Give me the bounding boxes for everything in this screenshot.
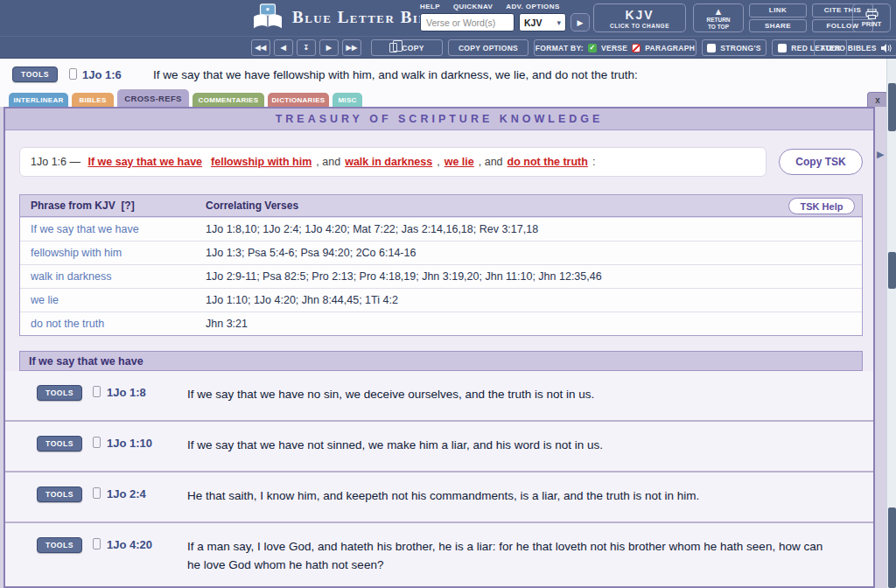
tsk-phrase-box: 1Jo 1:6 — If we say that we havefellowsh… (19, 147, 766, 177)
phrase-link[interactable]: we lie (444, 156, 474, 168)
top-header: Blue Letter Bible HELP QUICKNAV ADV. OPT… (0, 0, 896, 36)
strongs-toggle[interactable]: STRONG'S (702, 39, 766, 56)
speaker-icon (881, 44, 892, 52)
list-item: TOOLS 1Jo 1:8 If we say that we have no … (5, 371, 873, 422)
verses-cell[interactable]: 1Jo 2:9-11; Psa 82:5; Pro 2:13; Pro 4:18… (206, 270, 602, 283)
table-row: do not the truth Jhn 3:21 (20, 312, 862, 335)
sidebar-expand-handle[interactable]: ▶ (877, 149, 884, 160)
phrase-link[interactable]: If we say that we have (88, 156, 202, 168)
tsk-panel-title: TREASURY OF SCRIPTURE KNOWLEDGE (5, 108, 873, 130)
tab-commentaries[interactable]: COMMENTARIES (192, 93, 264, 107)
scrollbar-mark (888, 252, 896, 289)
link-share-group: LINK SHARE (749, 4, 807, 32)
phrase-section-header: If we say that we have (19, 351, 863, 371)
copy-options-button[interactable]: COPY OPTIONS (448, 39, 528, 56)
phrase-ref: 1Jo 1:6 — (31, 156, 83, 168)
phrase-cell-link[interactable]: If we say that we have (31, 223, 206, 235)
tab-misc[interactable]: MISC (332, 93, 362, 107)
prev-verse-button[interactable]: ◀ (274, 39, 293, 56)
copy-icon (389, 43, 397, 52)
verse-format-label[interactable]: VERSE (601, 44, 627, 52)
printer-icon (865, 9, 878, 19)
search-input[interactable] (420, 13, 514, 32)
phrase-cell-link[interactable]: walk in darkness (31, 270, 206, 283)
copy-verse-icon[interactable] (69, 68, 77, 80)
phrase-link[interactable]: walk in darkness (345, 156, 432, 168)
jump-to-verse-button[interactable]: ↧ (297, 39, 316, 56)
verse-toolbar: ◀◀ ◀ ↧ ▶ ▶▶ COPY COPY OPTIONS FORMAT BY:… (0, 36, 896, 59)
red-letter-checkbox (778, 44, 787, 52)
search-go-button[interactable]: ▶ (570, 13, 590, 32)
copy-verse-icon[interactable] (93, 487, 101, 499)
next-verse-button[interactable]: ▶ (319, 39, 339, 56)
verse-reference-link[interactable]: 1Jo 2:4 (107, 487, 146, 500)
tab-bibles[interactable]: BIBLES (72, 93, 114, 107)
tsk-help-button[interactable]: TSK Help (788, 198, 855, 214)
print-button[interactable]: PRINT (852, 4, 891, 32)
tsk-table-header: Phrase from KJV [?] Correlating Verses T… (20, 195, 862, 217)
verse-tools-button[interactable]: TOOLS (37, 537, 82, 553)
main-content: TOOLS 1Jo 1:6 If we say that we have fel… (0, 59, 896, 588)
verse-tools-button[interactable]: TOOLS (37, 436, 82, 452)
copy-verse-icon[interactable] (93, 386, 101, 397)
verse-tools-button[interactable]: TOOLS (12, 66, 58, 82)
verse-reference-link[interactable]: 1Jo 4:20 (107, 538, 152, 551)
page-scrollbar[interactable] (886, 59, 896, 588)
verse-reference-link[interactable]: 1Jo 1:8 (107, 386, 146, 399)
verses-cell[interactable]: 1Jo 1:10; 1Jo 4:20; Jhn 8:44,45; 1Ti 4:2 (206, 294, 398, 306)
verse-reference-link[interactable]: 1Jo 1:6 (82, 68, 122, 81)
verses-cell[interactable]: 1Jo 1:8,10; 1Jo 2:4; 1Jo 4:20; Mat 7:22;… (206, 223, 538, 235)
verse-text: If we say that we have not sinned, we ma… (187, 437, 830, 455)
table-row: we lie 1Jo 1:10; 1Jo 4:20; Jhn 8:44,45; … (20, 288, 862, 312)
current-verse-row: TOOLS 1Jo 1:6 If we say that we have fel… (0, 59, 884, 88)
copy-button[interactable]: COPY (371, 39, 443, 56)
format-by-group: FORMAT BY: ✓ VERSE PARAGRAPH (534, 39, 696, 56)
verses-cell[interactable]: Jhn 3:21 (206, 318, 248, 330)
phrase-cell-link[interactable]: fellowship with him (31, 247, 206, 259)
copy-tsk-button[interactable]: Copy TSK (779, 149, 863, 175)
share-button[interactable]: SHARE (749, 19, 807, 33)
close-panel-button[interactable]: x (867, 92, 888, 107)
phrase-link[interactable]: fellowship with him (211, 156, 312, 168)
tab-dictionaries[interactable]: DICTIONARIES (268, 93, 329, 107)
list-item: TOOLS 1Jo 1:10 If we say that we have no… (5, 422, 873, 472)
return-to-top-button[interactable]: ▲ RETURN TO TOP (693, 4, 744, 32)
verse-tools-button[interactable]: TOOLS (37, 385, 82, 401)
paragraph-format-checkbox[interactable] (632, 44, 640, 52)
quicknav-link[interactable]: QUICKNAV (453, 3, 493, 10)
copy-verse-icon[interactable] (93, 437, 101, 448)
help-link[interactable]: HELP (420, 3, 440, 10)
blb-logo-icon (251, 4, 284, 32)
verse-tools-button[interactable]: TOOLS (37, 486, 82, 502)
first-chapter-button[interactable]: ◀◀ (251, 39, 270, 56)
tab-cross-refs[interactable]: CROSS-REFS (117, 89, 189, 107)
last-chapter-button[interactable]: ▶▶ (342, 39, 361, 56)
scrollbar-mark (888, 508, 896, 588)
up-arrow-icon: ▲ (714, 6, 724, 17)
correlating-verse-list: TOOLS 1Jo 1:8 If we say that we have no … (5, 371, 873, 588)
tab-interlinear[interactable]: INTERLINEAR (9, 93, 68, 107)
phrase-cell-link[interactable]: we lie (31, 294, 206, 306)
phrase-help-link[interactable]: [?] (121, 200, 134, 212)
list-item: TOOLS 1Jo 4:20 If a man say, I love God,… (5, 523, 873, 588)
verse-reference-link[interactable]: 1Jo 1:10 (107, 437, 152, 450)
link-button[interactable]: LINK (749, 4, 807, 18)
paragraph-format-label[interactable]: PARAGRAPH (645, 44, 695, 52)
blb-brand[interactable]: Blue Letter Bible (251, 4, 445, 32)
chevron-down-icon: ▾ (556, 18, 561, 27)
verse-text: If we say that we have no sin, we deceiv… (187, 386, 830, 404)
audio-bibles-button[interactable]: AUDIO BIBLES (814, 39, 896, 56)
list-item: TOOLS 1Jo 2:4 He that saith, I know him,… (5, 472, 873, 523)
verses-cell[interactable]: 1Jo 1:3; Psa 5:4-6; Psa 94:20; 2Co 6:14-… (206, 247, 416, 259)
phrase-link[interactable]: do not the truth (508, 156, 588, 168)
scrollbar-thumb[interactable] (888, 83, 896, 131)
tsk-panel: TREASURY OF SCRIPTURE KNOWLEDGE 1Jo 1:6 … (4, 107, 875, 588)
version-change-button[interactable]: KJV CLICK TO CHANGE (593, 4, 686, 32)
phrase-cell-link[interactable]: do not the truth (31, 318, 206, 330)
version-select[interactable]: KJV ▾ (519, 13, 566, 32)
table-row: walk in darkness 1Jo 2:9-11; Psa 82:5; P… (20, 264, 862, 288)
verse-format-checkbox[interactable]: ✓ (588, 44, 597, 52)
tsk-phrase-bar: 1Jo 1:6 — If we say that we havefellowsh… (19, 147, 863, 177)
copy-verse-icon[interactable] (93, 538, 101, 550)
adv-options-link[interactable]: ADV. OPTIONS (506, 3, 559, 10)
